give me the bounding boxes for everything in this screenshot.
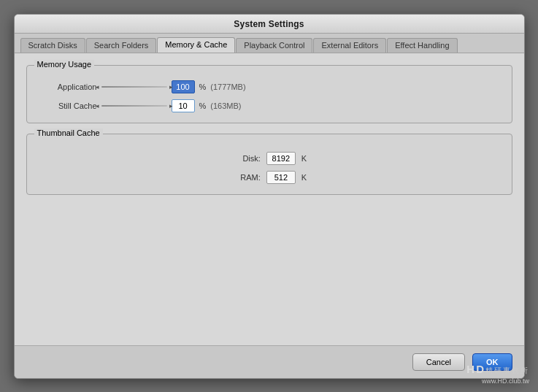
disk-label: Disk: [231,154,261,163]
bottom-bar: Cancel OK [15,345,524,378]
slider-right-arrow: ▸ [169,83,173,91]
still-cache-value[interactable]: 10 [172,99,195,112]
still-cache-slider[interactable]: ◂ ▸ [101,101,167,111]
application-slider[interactable]: ◂ ▸ [101,82,167,92]
tab-memory-cache[interactable]: Memory & Cache [157,37,235,53]
slider-right-arrow-2: ▸ [169,102,173,109]
tab-external-editors[interactable]: External Editors [313,38,386,53]
tab-scratch-disks[interactable]: Scratch Disks [20,38,85,53]
tab-search-folders[interactable]: Search Folders [86,38,157,53]
disk-unit: K [301,154,307,163]
application-label: Application [39,82,97,91]
system-settings-window: System Settings Scratch Disks Search Fol… [14,14,525,379]
ram-unit: K [301,173,307,182]
content-area: Memory Usage Application ◂ ▸ 100 % (1777… [15,53,524,345]
slider-line [101,86,167,88]
disk-row: Disk: 8192 K [39,152,500,165]
slider-line-2 [101,105,167,107]
application-row: Application ◂ ▸ 100 % (1777MB) [39,80,500,93]
watermark-logo: HD精研事務所 [466,361,529,377]
ram-label: RAM: [231,173,261,182]
application-unit: % [199,82,207,91]
application-size: (1777MB) [210,82,245,91]
slider-left-arrow-2: ◂ [96,102,99,109]
still-cache-row: Still Cache ◂ ▸ 10 % (163MB) [39,99,500,112]
memory-usage-label: Memory Usage [34,60,95,69]
application-value[interactable]: 100 [172,80,195,93]
thumbnail-cache-label: Thumbnail Cache [34,128,103,137]
ram-value[interactable]: 512 [266,171,296,184]
still-cache-size: (163MB) [210,101,241,110]
tab-bar: Scratch Disks Search Folders Memory & Ca… [15,34,524,53]
ram-row: RAM: 512 K [39,171,500,184]
window-title: System Settings [234,19,304,29]
still-cache-label: Still Cache [39,101,97,110]
still-cache-unit: % [199,101,207,110]
slider-left-arrow: ◂ [96,83,99,91]
title-bar: System Settings [15,15,524,34]
watermark: HD精研事務所 www.HD.club.tw [466,361,529,386]
tab-effect-handling[interactable]: Effect Handling [387,38,457,53]
cancel-button[interactable]: Cancel [412,353,465,371]
memory-usage-group: Memory Usage Application ◂ ▸ 100 % (1777… [26,65,512,123]
disk-value[interactable]: 8192 [266,152,296,165]
thumbnail-cache-group: Thumbnail Cache Disk: 8192 K RAM: 512 K [26,134,512,195]
tab-playback-control[interactable]: Playback Control [236,38,312,53]
watermark-url: www.HD.club.tw [466,377,529,386]
